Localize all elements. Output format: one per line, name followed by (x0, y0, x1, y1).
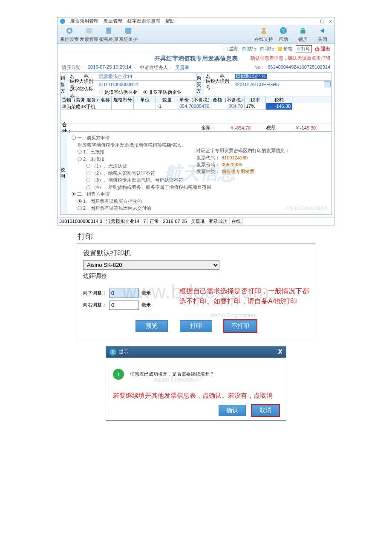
price-icon (278, 47, 282, 51)
label: 减行 (247, 46, 257, 52)
btn-add-row[interactable]: ⊞增行 (260, 46, 274, 52)
applicant-value: 吴晨琳 (175, 64, 189, 71)
opt-buyer-apply[interactable]: 一、购买方申请 (72, 134, 328, 142)
btn-print[interactable]: ⎙打印 (296, 46, 311, 52)
cell-tax: -145.30 (266, 103, 292, 110)
minus-icon: ⊟ (242, 46, 246, 52)
back-arrow-icon (318, 26, 327, 35)
menu-red-invoice[interactable]: 红字发票信息表 (127, 18, 160, 24)
ribbon: 系统设置 发票管理 报税处理 系统维护 在线支持 ? 帮助 锁屏 关闭 (58, 25, 334, 44)
num-label: 发票号码： (196, 161, 220, 168)
close-icon[interactable]: X (278, 348, 282, 356)
prompt-message: 信息表已成功填开，是否需要继续填开？ (130, 371, 214, 377)
radio-hanzi-no[interactable]: 非汉字防伪企业 (143, 89, 182, 95)
titlebar: 发票领用管理 发票管理 红字发票信息表 帮助 — ▢ × (58, 17, 334, 25)
cancel-button[interactable]: 取消 (252, 405, 279, 416)
btn-diff-amount[interactable]: 差额 (224, 46, 239, 52)
print-button[interactable]: 打印 (180, 320, 212, 332)
radio-hanzi-yes[interactable]: 是汉字防伪企业 (99, 89, 137, 95)
ribbon-label: 关闭 (318, 36, 327, 43)
prompt-titlebar: ℹ 提示 X (106, 347, 286, 358)
radio-icon (78, 157, 82, 161)
menu-help[interactable]: 帮助 (165, 18, 175, 24)
code-value: 3100124130 (222, 154, 248, 161)
status-login: 登录成功 (207, 218, 230, 225)
label: 差额 (229, 46, 239, 52)
opt-r2c[interactable]: （3）、增值税专用发票代码、号码认证不符 (72, 176, 328, 184)
radio-icon (78, 206, 82, 210)
cell-unit (134, 103, 156, 110)
ribbon-label: 在线支持 (254, 36, 273, 43)
ribbon-label: 报税处理 (99, 36, 118, 43)
window-restore-icon[interactable]: — (310, 19, 315, 24)
ribbon-online-support[interactable]: 在线支持 (254, 26, 273, 43)
ribbon-lock[interactable]: 锁屏 (294, 26, 312, 43)
cell-spec (112, 103, 134, 110)
th-amount: 金额（不含税） (211, 96, 245, 103)
app-logo-icon (60, 19, 65, 24)
square-icon (224, 47, 228, 51)
label: 1、因开票有误购买方拒收的 (83, 199, 142, 204)
label: 1、已抵扣 (83, 149, 104, 154)
svg-rect-4 (125, 28, 132, 34)
ribbon-help[interactable]: ? 帮助 (274, 26, 293, 43)
type-value: 增值税专用发票 (222, 168, 254, 175)
lock-icon (298, 26, 308, 35)
btn-exit[interactable]: ⏻退出 (315, 46, 330, 52)
svg-rect-10 (302, 29, 304, 31)
label: 一、购买方申请 (77, 135, 110, 140)
seller-block: 销售方 名 称：混营模拟企业14 纳税人识别号：310101000000014 … (60, 72, 196, 96)
no-label: No： (254, 64, 265, 71)
btn-remove-row[interactable]: ⊟减行 (242, 46, 257, 52)
window-maximize-icon[interactable]: ▢ (320, 18, 324, 24)
buyer-taxid-value[interactable]: 420101ABCDEFGH5 (233, 82, 324, 87)
doc-confirm-note: 确认信息表信息，确认无误后点击打印 (251, 55, 330, 61)
preview-button[interactable]: 预览 (135, 320, 168, 332)
label: 退出 (321, 46, 330, 52)
menu-invoice-manage[interactable]: 发票管理 (104, 18, 122, 24)
gear-icon (65, 26, 74, 35)
radio-icon (72, 192, 76, 196)
label: 2、因开票有误等原因尚未交付的 (83, 205, 151, 211)
prompt-dialog: ℹ 提示 X i 信息表已成功填开，是否需要继续填开？ 若要继续填开其他发票信息… (106, 346, 286, 421)
lookup-icon[interactable] (324, 81, 331, 87)
right-adjust-label: 向右调整： (83, 302, 107, 308)
printer-select[interactable]: Aisino SK-820 (83, 260, 219, 270)
ribbon-tax-process[interactable]: 报税处理 (99, 26, 118, 43)
window-close-icon[interactable]: × (329, 19, 332, 24)
label: 价格 (283, 46, 293, 52)
margin-title: 边距调整 (83, 272, 309, 280)
ribbon-system-maintain[interactable]: 系统维护 (119, 26, 138, 43)
user-icon (259, 26, 268, 35)
radio-icon (86, 171, 90, 175)
opt-seller-apply[interactable]: 二、销售方申请 (72, 191, 328, 198)
btn-price[interactable]: 价格 (278, 46, 293, 52)
label: （4）、所购货物或劳务、服务不属于增值税扣税项目范围 (92, 185, 211, 190)
code-label: 发票代码： (196, 154, 220, 161)
ribbon-system-settings[interactable]: 系统设置 (60, 26, 79, 43)
opt-r2d[interactable]: （4）、所购货物或劳务、服务不属于增值税扣税项目范围 (72, 184, 328, 191)
svg-rect-3 (107, 28, 111, 34)
buyer-name-value[interactable]: 模拟测试企业1 (233, 73, 332, 80)
cell-rate: 17% (245, 103, 266, 110)
plus-icon: ⊞ (260, 46, 264, 52)
label: 打印 (301, 46, 311, 52)
no-print-button[interactable]: 不打印 (224, 320, 257, 332)
th-spec: 规格型号 (112, 96, 134, 103)
confirm-button[interactable]: 确认 (219, 405, 246, 416)
fill-date-label: 填开日期： (62, 64, 85, 71)
blue-title: 对应蓝字专用发票密码区内打印的发票信息： (196, 147, 290, 154)
power-icon: ⏻ (315, 46, 320, 52)
totals-row: 合 计： 金额： ¥ -854.70 税额： ¥ -145.30 (61, 124, 331, 131)
right-adjust-input[interactable] (109, 301, 139, 310)
ribbon-invoice-manage[interactable]: 发票管理 (80, 26, 98, 43)
menu-invoice-receive[interactable]: 发票领用管理 (70, 18, 98, 24)
page-icon (104, 26, 113, 35)
radio-icon (86, 164, 90, 168)
radio-icon (72, 136, 76, 140)
info-icon: i (113, 369, 124, 380)
ribbon-close[interactable]: 关闭 (313, 26, 332, 43)
down-adjust-input[interactable] (109, 289, 139, 298)
table-row[interactable]: 华为荣耀4X手机 -1 854.70085470... -854.70 17% … (61, 103, 331, 110)
total-amount-label: 金额： (201, 124, 215, 131)
